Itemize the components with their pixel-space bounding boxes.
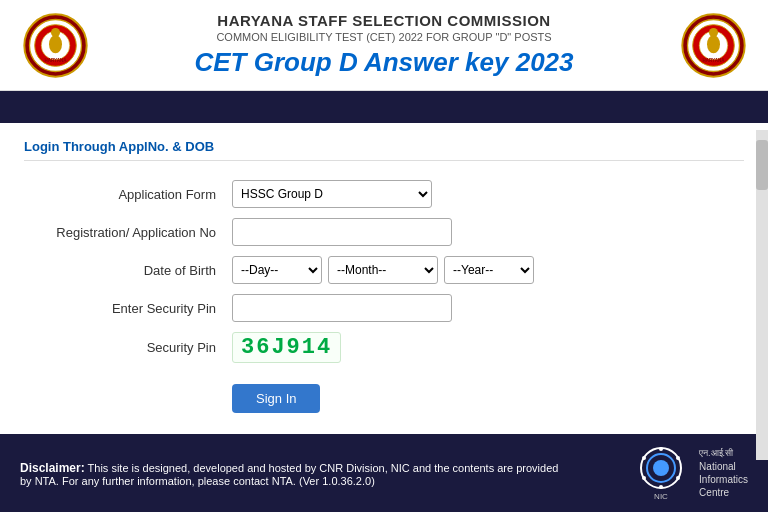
reg-cell — [224, 213, 744, 251]
nic-hindi: एन.आई.सी — [699, 448, 748, 460]
svg-point-11 — [707, 35, 720, 53]
security-pin-label: Enter Security Pin — [24, 289, 224, 327]
svg-point-19 — [676, 476, 680, 480]
right-emblem: HARYANA — [678, 10, 748, 80]
org-name: HARYANA STAFF SELECTION COMMISSION — [90, 12, 678, 29]
nav-bar — [0, 91, 768, 123]
security-pin-value: 36J914 — [232, 332, 341, 363]
nic-line1: National — [699, 460, 748, 473]
reg-row: Registration/ Application No — [24, 213, 744, 251]
svg-point-21 — [642, 476, 646, 480]
left-emblem: HARYANA — [20, 10, 90, 80]
svg-point-22 — [642, 456, 646, 460]
dob-cell: --Day-- --Month-- --Year-- — [224, 251, 744, 289]
reg-input[interactable] — [232, 218, 452, 246]
sub-title: COMMON ELIGIBILITY TEST (CET) 2022 FOR G… — [90, 31, 678, 43]
security-pin-input[interactable] — [232, 294, 452, 322]
security-input-row: Enter Security Pin — [24, 289, 744, 327]
reg-label: Registration/ Application No — [24, 213, 224, 251]
main-content: Login Through ApplNo. & DOB Application … — [0, 123, 768, 434]
svg-point-5 — [50, 27, 59, 36]
scrollbar-thumb[interactable] — [756, 140, 768, 190]
login-form: Application Form HSSC Group D Registrati… — [24, 175, 744, 418]
page-header: HARYANA HARYANA STAFF SELECTION COMMISSI… — [0, 0, 768, 91]
security-pin-cell — [224, 289, 744, 327]
security-display-cell: 36J914 — [224, 327, 744, 368]
signin-button[interactable]: Sign In — [232, 384, 320, 413]
main-title: CET Group D Answer key 2023 — [90, 47, 678, 78]
svg-text:HARYANA: HARYANA — [702, 57, 725, 62]
footer-left: Disclaimer: This site is designed, devel… — [20, 461, 570, 487]
nic-line2: Informatics — [699, 473, 748, 486]
dob-year-select[interactable]: --Year-- — [444, 256, 534, 284]
svg-text:NIC: NIC — [654, 492, 668, 501]
disclaimer-title: Disclaimer: — [20, 461, 85, 475]
app-form-cell: HSSC Group D — [224, 175, 744, 213]
section-title: Login Through ApplNo. & DOB — [24, 139, 744, 161]
footer-right: NIC एन.आई.सी National Informatics Centre — [631, 446, 748, 501]
nic-line3: Centre — [699, 486, 748, 499]
svg-point-17 — [659, 447, 663, 451]
security-display-label: Security Pin — [24, 327, 224, 368]
svg-point-20 — [659, 485, 663, 489]
svg-point-12 — [708, 27, 717, 36]
app-form-select[interactable]: HSSC Group D — [232, 180, 432, 208]
disclaimer-text: This site is designed, developed and hos… — [20, 462, 558, 487]
dob-day-select[interactable]: --Day-- — [232, 256, 322, 284]
svg-point-16 — [653, 460, 669, 476]
nic-text: एन.आई.सी National Informatics Centre — [699, 448, 748, 499]
svg-text:HARYANA: HARYANA — [44, 57, 67, 62]
svg-point-4 — [49, 35, 62, 53]
svg-point-18 — [676, 456, 680, 460]
app-form-row: Application Form HSSC Group D — [24, 175, 744, 213]
dob-month-select[interactable]: --Month-- — [328, 256, 438, 284]
security-display-row: Security Pin 36J914 — [24, 327, 744, 368]
app-form-label: Application Form — [24, 175, 224, 213]
dob-row: Date of Birth --Day-- --Month-- --Year-- — [24, 251, 744, 289]
dob-label: Date of Birth — [24, 251, 224, 289]
header-center: HARYANA STAFF SELECTION COMMISSION COMMO… — [90, 12, 678, 78]
signin-row: Sign In — [24, 368, 744, 418]
scrollbar[interactable] — [756, 130, 768, 460]
nic-logo: NIC एन.आई.सी National Informatics Centre — [631, 446, 748, 501]
footer: Disclaimer: This site is designed, devel… — [0, 434, 768, 512]
